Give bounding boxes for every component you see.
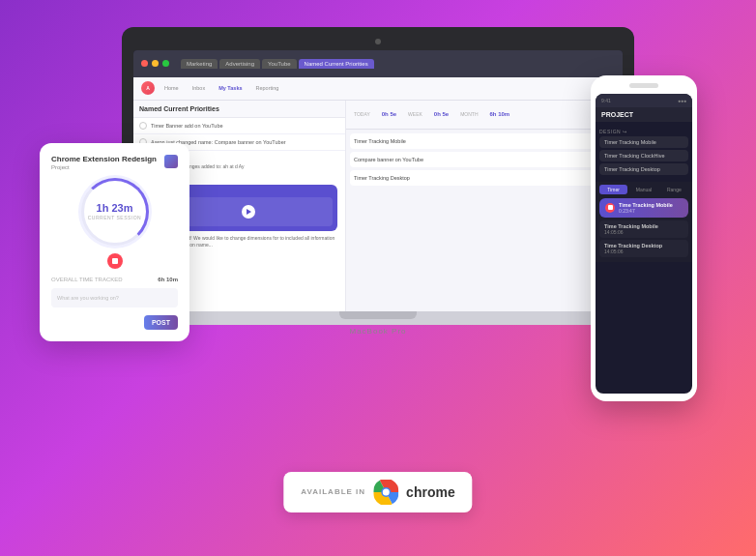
timer-stats-bar: TODAY 0h 5e WEEK 0h 5e MONTH 6h 10m bbox=[346, 101, 623, 130]
phone-list-item-3[interactable]: Timer Tracking Desktop bbox=[599, 163, 688, 175]
ext-title: Chrome Extension Redesign bbox=[51, 155, 157, 163]
phone-timer-section: Timer Manual Range Time Tracking Mobile … bbox=[596, 182, 692, 262]
entry-1-title: Timer Tracking Mobile bbox=[354, 138, 406, 144]
badge-available-text: AVAILABLE IN bbox=[301, 487, 365, 496]
ext-placeholder: What are you working on? bbox=[57, 295, 119, 301]
phone-entry-2: Time Tracking Desktop 14:05:06 bbox=[599, 240, 688, 257]
play-icon bbox=[247, 209, 251, 215]
laptop-base bbox=[122, 311, 634, 325]
month-label: MONTH bbox=[460, 111, 478, 117]
browser-tabs: Marketing Advertising YouTube Named Curr… bbox=[181, 59, 615, 69]
week-label: WEEK bbox=[408, 111, 422, 117]
phone-timer-tabs: Timer Manual Range bbox=[599, 185, 688, 194]
stop-square bbox=[608, 205, 613, 210]
entry-3-title: Timer Tracking Desktop bbox=[354, 175, 410, 181]
phone-tab-timer[interactable]: Timer bbox=[599, 185, 627, 194]
entry-3: Timer Tracking Desktop 4:01:01 bbox=[350, 170, 619, 186]
phone-list-item-2[interactable]: Timer Tracking ClockHive bbox=[599, 150, 688, 161]
phone-task-list: Design ↪ Timer Tracking Mobile Timer Tra… bbox=[596, 122, 692, 180]
nav-tasks[interactable]: My Tasks bbox=[215, 83, 246, 93]
overall-label: OVERALL TIME TRACKED bbox=[51, 277, 123, 282]
task-item-1[interactable]: Timer Banner add on YouTube bbox=[133, 118, 345, 134]
extension-popup: Chrome Extension Redesign Project 1h 23m… bbox=[40, 143, 189, 341]
ext-time-display: 1h 23m bbox=[97, 202, 133, 214]
ext-header: Chrome Extension Redesign Project bbox=[51, 155, 178, 170]
phone-tab-range[interactable]: Range bbox=[660, 185, 688, 194]
phone-time: 9:41 bbox=[601, 98, 611, 103]
task-text: Timer Banner add on YouTube bbox=[151, 123, 223, 129]
phone-list-item-1[interactable]: Timer Tracking Mobile bbox=[599, 136, 688, 148]
ext-post-button[interactable]: POST bbox=[144, 315, 178, 330]
tab-advertising[interactable]: Advertising bbox=[219, 59, 260, 69]
asana-logo-icon: A bbox=[141, 81, 155, 95]
chrome-badge[interactable]: AVAILABLE IN chrome bbox=[283, 472, 472, 512]
stop-icon bbox=[112, 258, 118, 264]
ext-icon bbox=[164, 155, 178, 168]
today-label: TODAY bbox=[354, 111, 370, 117]
ext-header-text: Chrome Extension Redesign Project bbox=[51, 155, 157, 170]
laptop-notch bbox=[339, 311, 417, 319]
browser-content: A Home Inbox My Tasks Reporting Named bbox=[133, 77, 623, 311]
entry-2: Compare banner on YouTube 0:45:12 bbox=[350, 152, 619, 167]
chrome-icon bbox=[373, 480, 398, 505]
phone-section-design: Design ↪ bbox=[599, 129, 688, 134]
tab-marketing[interactable]: Marketing bbox=[181, 59, 218, 69]
badge-chrome-text: chrome bbox=[406, 484, 455, 500]
phone-tab-manual[interactable]: Manual bbox=[629, 185, 657, 194]
running-time: 0:23:47 bbox=[619, 208, 673, 214]
phone-running-entry: Time Tracking Mobile 0:23:47 bbox=[599, 198, 688, 218]
phone-notch bbox=[629, 83, 658, 88]
ext-stop-button[interactable] bbox=[107, 253, 123, 269]
ext-timer-circle: 1h 23m CURRENT SESSION bbox=[81, 178, 149, 246]
main-container: Marketing Advertising YouTube Named Curr… bbox=[20, 17, 736, 540]
content-split: Named Current Priorities Timer Banner ad… bbox=[133, 101, 623, 311]
phone-top-bar: 9:41 ●●● bbox=[596, 94, 692, 107]
task-checkbox[interactable] bbox=[139, 122, 147, 130]
svg-point-2 bbox=[383, 488, 390, 495]
tab-youtube[interactable]: YouTube bbox=[262, 59, 297, 69]
maximize-dot[interactable] bbox=[162, 60, 169, 67]
entry-1: Timer Tracking Mobile 1:23:47 bbox=[350, 133, 619, 149]
nav-reporting[interactable]: Reporting bbox=[252, 83, 283, 93]
task-list-title: Named Current Priorities bbox=[139, 105, 219, 112]
task-entries: Timer Tracking Mobile 1:23:47 Compare ba… bbox=[346, 130, 623, 311]
overall-time: 6h 10m bbox=[158, 277, 178, 282]
phone-wrapper: 9:41 ●●● PROJECT Design ↪ Timer Tracking… bbox=[591, 75, 697, 401]
running-info: Time Tracking Mobile 0:23:47 bbox=[619, 202, 673, 214]
nav-inbox[interactable]: Inbox bbox=[189, 83, 209, 93]
running-indicator bbox=[605, 203, 615, 213]
phone-project-header: PROJECT bbox=[596, 107, 692, 122]
laptop-label: MacBook Pro bbox=[122, 327, 634, 336]
ext-overall-row: OVERALL TIME TRACKED 6h 10m bbox=[51, 277, 178, 282]
laptop-screen-outer: Marketing Advertising YouTube Named Curr… bbox=[122, 27, 634, 311]
phone-entry-1-time: 14:05:06 bbox=[604, 229, 683, 235]
ext-task-input[interactable]: What are you working on? bbox=[51, 288, 178, 307]
close-dot[interactable] bbox=[141, 60, 148, 67]
task-list-header: Named Current Priorities bbox=[133, 101, 345, 118]
phone-screen: 9:41 ●●● PROJECT Design ↪ Timer Tracking… bbox=[596, 94, 692, 394]
ext-current-label: CURRENT SESSION bbox=[88, 215, 141, 220]
phone-status-icons: ●●● bbox=[678, 98, 686, 103]
nav-home[interactable]: Home bbox=[160, 83, 183, 93]
phone-project-title: PROJECT bbox=[601, 111, 686, 118]
entry-2-title: Compare banner on YouTube bbox=[354, 157, 423, 162]
phone-entry-1: Time Tracking Mobile 14:05:06 bbox=[599, 220, 688, 238]
laptop: Marketing Advertising YouTube Named Curr… bbox=[122, 27, 634, 336]
running-title: Time Tracking Mobile bbox=[619, 202, 673, 208]
today-value: 0h 5e bbox=[382, 111, 396, 117]
week-value: 0h 5e bbox=[434, 111, 449, 117]
play-button[interactable] bbox=[242, 205, 255, 219]
laptop-screen-inner: Marketing Advertising YouTube Named Curr… bbox=[133, 50, 623, 311]
phone: 9:41 ●●● PROJECT Design ↪ Timer Tracking… bbox=[591, 75, 697, 401]
browser-bar: Marketing Advertising YouTube Named Curr… bbox=[133, 50, 623, 77]
right-panel: TODAY 0h 5e WEEK 0h 5e MONTH 6h 10m bbox=[346, 101, 623, 311]
asana-nav: A Home Inbox My Tasks Reporting bbox=[133, 77, 623, 101]
month-value: 6h 10m bbox=[490, 111, 510, 117]
laptop-camera bbox=[375, 39, 381, 44]
ext-subtitle: Project bbox=[51, 164, 157, 170]
minimize-dot[interactable] bbox=[152, 60, 159, 67]
phone-entry-2-time: 14:05:06 bbox=[604, 249, 683, 254]
tab-active[interactable]: Named Current Priorities bbox=[299, 59, 374, 69]
